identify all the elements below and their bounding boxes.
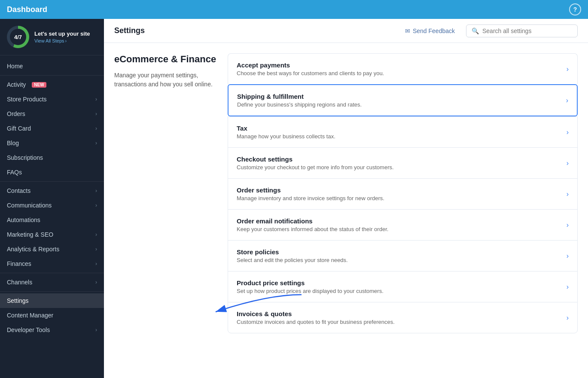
settings-item-title-store-policies: Store policies: [237, 248, 348, 256]
sidebar-item-channels[interactable]: Channels›: [0, 275, 104, 290]
search-input[interactable]: [482, 27, 572, 34]
main-layout: 4/7 Let's set up your site View All Step…: [0, 19, 588, 378]
sidebar-item-label-marketing-seo: Marketing & SEO: [7, 231, 53, 238]
chevron-right-icon: ›: [95, 125, 97, 131]
sidebar-item-label-analytics-reports: Analytics & Reports: [7, 246, 59, 253]
sidebar-item-settings[interactable]: Settings: [0, 293, 104, 308]
settings-item-title-shipping-fulfillment: Shipping & fulfillment: [237, 93, 362, 100]
sidebar-item-developer-tools[interactable]: Developer Tools›: [0, 323, 104, 337]
setup-title: Let's set up your site: [34, 30, 90, 38]
send-feedback-button[interactable]: ✉ Send Feedback: [401, 25, 459, 37]
section-description: Manage your payment settings, transactio…: [114, 71, 217, 89]
settings-item-title-invoices-quotes: Invoices & quotes: [237, 310, 395, 317]
sidebar-item-label-settings: Settings: [7, 297, 29, 304]
chevron-right-icon: ›: [567, 128, 569, 136]
feedback-icon: ✉: [405, 27, 410, 34]
sidebar-item-label-home: Home: [7, 63, 23, 70]
settings-item-desc-invoices-quotes: Customize invoices and quotes to fit you…: [237, 319, 395, 325]
sidebar-item-blog[interactable]: Blog›: [0, 136, 104, 150]
settings-item-title-tax: Tax: [237, 125, 335, 132]
chevron-right-icon: ›: [95, 279, 97, 285]
sidebar-item-label-gift-card: Gift Card: [7, 125, 31, 132]
chevron-right-icon: ›: [567, 159, 569, 167]
settings-item-invoices-quotes[interactable]: Invoices & quotesCustomize invoices and …: [228, 302, 578, 333]
sidebar-item-activity[interactable]: ActivityNEW: [0, 77, 104, 92]
settings-item-desc-order-settings: Manage inventory and store invoice setti…: [237, 195, 384, 201]
chevron-right-icon: ›: [95, 232, 97, 238]
sidebar-item-label-finances: Finances: [7, 260, 31, 267]
settings-item-title-accept-payments: Accept payments: [237, 61, 384, 69]
sidebar-item-label-orders: Orders: [7, 110, 25, 117]
nav-divider: [0, 75, 104, 76]
settings-item-order-email-notifications[interactable]: Order email notificationsKeep your custo…: [228, 209, 578, 240]
settings-item-desc-tax: Manage how your business collects tax.: [237, 133, 335, 140]
chevron-right-icon: ›: [567, 190, 569, 198]
sidebar-item-label-contacts: Contacts: [7, 187, 30, 194]
setup-progress: 4/7 Let's set up your site View All Step…: [0, 19, 104, 55]
sidebar-item-contacts[interactable]: Contacts›: [0, 183, 104, 198]
settings-item-order-settings[interactable]: Order settingsManage inventory and store…: [228, 178, 578, 209]
sidebar-item-content-manager[interactable]: Content Manager: [0, 308, 104, 323]
chevron-right-icon: ›: [566, 97, 568, 104]
header-right: ✉ Send Feedback 🔍: [401, 24, 578, 37]
nav-divider: [0, 181, 104, 182]
settings-header: Settings ✉ Send Feedback 🔍: [104, 19, 588, 43]
settings-item-accept-payments[interactable]: Accept paymentsChoose the best ways for …: [228, 53, 578, 84]
settings-list: Accept paymentsChoose the best ways for …: [228, 53, 578, 368]
content-wrapper: Settings ✉ Send Feedback 🔍 eCommerce & F…: [104, 19, 588, 378]
sidebar-item-marketing-seo[interactable]: Marketing & SEO›: [0, 227, 104, 242]
sidebar-item-orders[interactable]: Orders›: [0, 107, 104, 121]
settings-item-desc-store-policies: Select and edit the policies your store …: [237, 257, 348, 263]
chevron-right-icon: ›: [95, 96, 97, 102]
search-icon: 🔍: [472, 27, 479, 34]
sidebar-item-store-products[interactable]: Store Products›: [0, 92, 104, 107]
sidebar-item-gift-card[interactable]: Gift Card›: [0, 121, 104, 136]
topbar-title: Dashboard: [7, 5, 47, 14]
chevron-right-icon: ›: [95, 327, 97, 333]
settings-content: eCommerce & Finance Manage your payment …: [104, 43, 588, 378]
sidebar-item-label-subscriptions: Subscriptions: [7, 154, 43, 161]
settings-item-title-order-settings: Order settings: [237, 186, 384, 194]
sidebar-item-finances[interactable]: Finances›: [0, 256, 104, 271]
nav-divider: [0, 273, 104, 273]
topbar: Dashboard ?: [0, 0, 588, 19]
settings-item-title-product-price-settings: Product price settings: [237, 279, 384, 287]
help-button[interactable]: ?: [569, 3, 581, 15]
section-title: eCommerce & Finance: [114, 53, 217, 66]
settings-item-title-checkout-settings: Checkout settings: [237, 155, 394, 163]
settings-item-product-price-settings[interactable]: Product price settingsSet up how product…: [228, 271, 578, 302]
sidebar-item-communications[interactable]: Communications›: [0, 198, 104, 213]
settings-item-shipping-fulfillment[interactable]: Shipping & fulfillmentDefine your busine…: [228, 84, 578, 116]
settings-item-store-policies[interactable]: Store policiesSelect and edit the polici…: [228, 240, 578, 271]
sidebar-item-label-store-products: Store Products: [7, 96, 47, 103]
sidebar-item-label-developer-tools: Developer Tools: [7, 326, 50, 333]
sidebar-item-analytics-reports[interactable]: Analytics & Reports›: [0, 242, 104, 256]
sidebar-item-faqs[interactable]: FAQs: [0, 165, 104, 180]
new-badge: NEW: [32, 82, 46, 88]
sidebar-item-label-blog: Blog: [7, 140, 19, 146]
chevron-right-icon: ›: [567, 283, 569, 291]
sidebar-item-label-communications: Communications: [7, 202, 52, 209]
progress-circle: 4/7: [7, 26, 29, 48]
chevron-right-icon: ›: [567, 221, 569, 229]
chevron-right-icon: ›: [95, 261, 97, 267]
sidebar-item-label-automations: Automations: [7, 216, 40, 223]
left-panel: eCommerce & Finance Manage your payment …: [114, 53, 217, 368]
chevron-right-icon: ›: [95, 111, 97, 117]
settings-item-checkout-settings[interactable]: Checkout settingsCustomize your checkout…: [228, 147, 578, 178]
sidebar-item-automations[interactable]: Automations: [0, 213, 104, 227]
sidebar: 4/7 Let's set up your site View All Step…: [0, 19, 104, 378]
progress-text: Let's set up your site View All Steps ›: [34, 30, 90, 44]
sidebar-item-home[interactable]: Home: [0, 59, 104, 73]
settings-item-desc-product-price-settings: Set up how product prices are displayed …: [237, 288, 384, 294]
chevron-right-icon: ›: [95, 202, 97, 208]
settings-item-tax[interactable]: TaxManage how your business collects tax…: [228, 116, 578, 147]
view-steps-link[interactable]: View All Steps ›: [34, 38, 90, 43]
chevron-right-icon: ›: [567, 65, 569, 73]
settings-item-desc-order-email-notifications: Keep your customers informed about the s…: [237, 226, 388, 232]
search-box: 🔍: [466, 24, 578, 37]
chevron-right-icon: ›: [95, 140, 97, 146]
sidebar-item-subscriptions[interactable]: Subscriptions: [0, 150, 104, 165]
feedback-label: Send Feedback: [413, 27, 455, 34]
sidebar-item-label-content-manager: Content Manager: [7, 312, 53, 319]
